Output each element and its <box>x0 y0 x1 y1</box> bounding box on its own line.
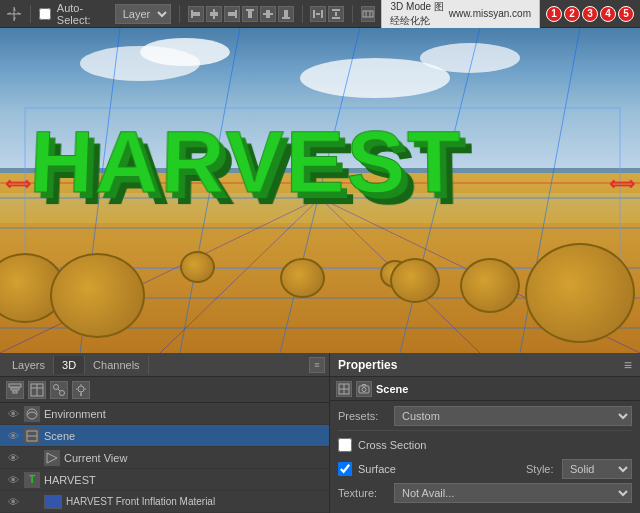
style-select[interactable]: Solid <box>562 459 632 479</box>
left-panel: Layers 3D Channels ≡ 👁 <box>0 353 330 513</box>
svg-rect-20 <box>316 13 320 15</box>
numbered-circles: 1 2 3 4 5 <box>546 6 634 22</box>
light-icon[interactable] <box>72 381 90 399</box>
align-bottom-icon[interactable] <box>278 6 294 22</box>
filter-icon[interactable] <box>6 381 24 399</box>
align-left-icon[interactable] <box>188 6 204 22</box>
texture-row: Texture: Not Avail... <box>338 482 632 504</box>
surface-checkbox[interactable] <box>338 462 352 476</box>
label-currentview: Current View <box>64 452 323 464</box>
panel-toolbar <box>0 377 329 403</box>
hay-bale-8 <box>390 258 440 303</box>
svg-rect-44 <box>11 388 19 390</box>
tab-channels[interactable]: Channels <box>85 356 148 374</box>
circle-4[interactable]: 4 <box>600 6 616 22</box>
svg-line-51 <box>58 389 60 391</box>
properties-title: Properties <box>338 358 397 372</box>
prop-divider1 <box>338 430 632 431</box>
prop-camera-icon[interactable] <box>356 381 372 397</box>
layer-item-harvest[interactable]: 👁 T HARVEST <box>0 469 329 491</box>
icon-scene <box>24 428 40 444</box>
sep2 <box>179 5 180 23</box>
prop-grid-icon[interactable] <box>336 381 352 397</box>
panel-tabs: Layers 3D Channels ≡ <box>0 353 329 377</box>
label-harvest: HARVEST <box>44 474 323 486</box>
cross-section-label: Cross Section <box>358 439 426 451</box>
svg-rect-21 <box>332 9 340 11</box>
cross-section-checkbox[interactable] <box>338 438 352 452</box>
layer-item-environment[interactable]: 👁 Environment <box>0 403 329 425</box>
align-top-icon[interactable] <box>242 6 258 22</box>
tab-layers[interactable]: Layers <box>4 356 54 374</box>
distribute-v-icon[interactable] <box>328 6 344 22</box>
thumb-harvestfront <box>44 495 62 509</box>
tab-3d[interactable]: 3D <box>54 356 85 374</box>
svg-rect-13 <box>248 11 252 18</box>
icon-environment <box>24 406 40 422</box>
layer-item-scene[interactable]: 👁 Scene <box>0 425 329 447</box>
svg-rect-45 <box>13 391 17 393</box>
surface-row: Surface Style: Solid <box>338 458 632 480</box>
align-center-h-icon[interactable] <box>260 6 276 22</box>
sep3 <box>302 5 303 23</box>
properties-menu-icon[interactable]: ≡ <box>624 357 632 373</box>
transform-extra-icon[interactable] <box>361 6 375 22</box>
align-icons <box>188 6 294 22</box>
vis-harvest[interactable]: 👁 <box>6 473 20 487</box>
label-harvestfront: HARVEST Front Inflation Material <box>66 496 323 507</box>
label-environment: Environment <box>44 408 323 420</box>
sep1 <box>30 5 31 23</box>
3d-mode-label: 3D Mode 图经绘化抡 <box>390 0 444 28</box>
canvas-area[interactable]: HARVEST ⟺ ⟺ <box>0 28 640 353</box>
svg-rect-15 <box>266 10 270 18</box>
circle-5[interactable]: 5 <box>618 6 634 22</box>
table-icon[interactable] <box>28 381 46 399</box>
harvest-text: HARVEST <box>28 118 632 206</box>
vis-environment[interactable]: 👁 <box>6 407 20 421</box>
link-icon[interactable] <box>50 381 68 399</box>
presets-row: Presets: Custom <box>338 405 632 427</box>
vis-scene[interactable]: 👁 <box>6 429 20 443</box>
move-tool-icon[interactable] <box>6 5 22 23</box>
svg-point-65 <box>362 387 366 391</box>
panel-menu-icon[interactable]: ≡ <box>309 357 325 373</box>
svg-rect-18 <box>313 10 315 18</box>
align-center-v-icon[interactable] <box>206 6 222 22</box>
presets-select[interactable]: Custom <box>394 406 632 426</box>
auto-select-checkbox[interactable] <box>39 8 51 20</box>
svg-rect-23 <box>335 12 337 16</box>
vis-currentview[interactable]: 👁 <box>6 451 20 465</box>
align-right-icon[interactable] <box>224 6 240 22</box>
svg-rect-11 <box>228 12 235 16</box>
properties-header: Properties ≡ <box>330 353 640 377</box>
hay-bale-3 <box>525 243 635 343</box>
ruler-arrow-left: ⟺ <box>5 173 31 195</box>
panel-content: 👁 Environment 👁 Scene 👁 <box>0 403 329 513</box>
circle-2[interactable]: 2 <box>564 6 580 22</box>
texture-select[interactable]: Not Avail... <box>394 483 632 503</box>
layer-item-currentview[interactable]: 👁 Current View <box>0 447 329 469</box>
svg-rect-22 <box>332 17 340 19</box>
layer-item-harvestfront[interactable]: 👁 HARVEST Front Inflation Material <box>0 491 329 513</box>
svg-rect-9 <box>210 12 218 16</box>
hay-bale-5 <box>280 258 325 298</box>
svg-rect-16 <box>282 17 290 19</box>
label-scene: Scene <box>44 430 323 442</box>
vis-harvestfront[interactable]: 👁 <box>6 495 20 509</box>
cloud4 <box>420 43 520 73</box>
circle-3[interactable]: 3 <box>582 6 598 22</box>
texture-label: Texture: <box>338 487 388 499</box>
surface-label: Surface <box>358 463 396 475</box>
layer-select[interactable]: Layer <box>115 4 171 24</box>
svg-rect-10 <box>235 10 237 18</box>
distribute-h-icon[interactable] <box>310 6 326 22</box>
main-toolbar: Auto-Select: Layer <box>0 0 640 28</box>
circle-1[interactable]: 1 <box>546 6 562 22</box>
transform-icons <box>310 6 344 22</box>
site-label: www.missyan.com <box>449 8 531 19</box>
svg-rect-12 <box>246 9 254 11</box>
svg-marker-60 <box>47 453 57 463</box>
style-label: Style: <box>526 463 556 475</box>
sep4 <box>352 5 353 23</box>
auto-select-label: Auto-Select: <box>57 2 109 26</box>
